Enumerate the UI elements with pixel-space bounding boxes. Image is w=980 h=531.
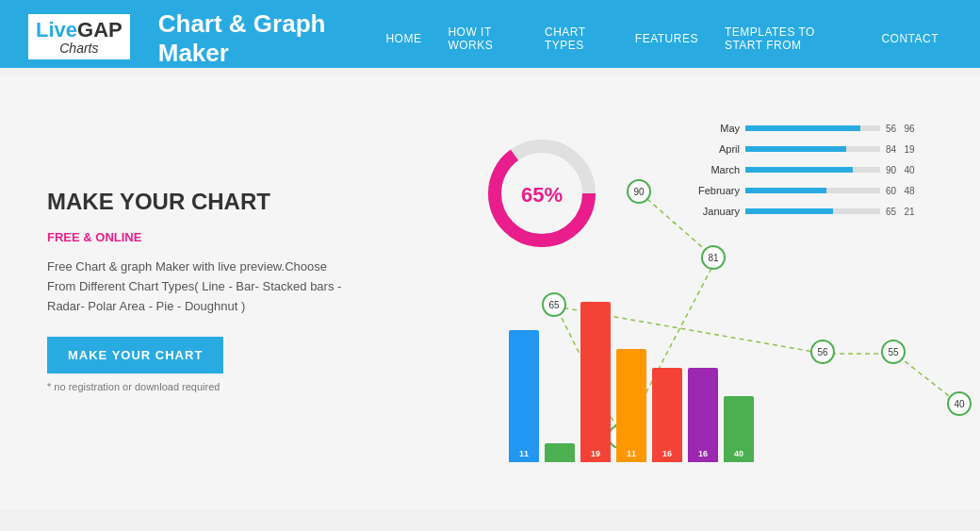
donut-chart: 65%	[481, 132, 603, 258]
hbar-track-may	[745, 125, 880, 131]
bar-green-small	[545, 443, 575, 462]
logo-charts: Charts	[36, 41, 122, 56]
bar-blue: 11	[509, 330, 539, 462]
bar-orange: 11	[616, 349, 646, 462]
logo-gap: GAP	[77, 18, 122, 41]
nav-how-it-works[interactable]: HOW IT WORKS	[434, 20, 531, 58]
hbar-march: March 90 40	[688, 164, 933, 175]
hbar-month-february: February	[688, 185, 740, 196]
hbar-fill-may	[745, 125, 860, 131]
bar-label-1: 11	[519, 449, 529, 458]
bar-chart: 11 19 11 16	[509, 274, 754, 462]
bar-red: 19	[580, 302, 611, 462]
hbar-fill-april	[745, 146, 846, 152]
nav-home[interactable]: HOME	[372, 26, 434, 51]
hbar-vals-january: 65 21	[886, 207, 933, 217]
hbar-february: February 60 48	[688, 185, 933, 196]
hbar-track-april	[745, 146, 880, 152]
nav-features[interactable]: FEATURES	[622, 26, 711, 51]
hbar-month-january: January	[688, 206, 740, 217]
bar-red2: 16	[652, 368, 682, 462]
hero-title: MAKE YOUR CHART	[47, 189, 349, 215]
hbar-vals-may: 56 96	[886, 124, 933, 134]
no-reg-text: * no registration or download required	[47, 381, 349, 392]
hbar-fill-february	[745, 188, 826, 193]
bar-purple: 16	[688, 368, 718, 462]
hbar-track-march	[745, 167, 880, 173]
hero-description: Free Chart & graph Maker with live previ…	[47, 257, 349, 316]
hbar-april: April 84 19	[688, 143, 933, 155]
header: LiveGAP Charts Chart & Graph Maker HOME …	[0, 0, 980, 68]
hbar-fill-march	[745, 167, 853, 173]
logo-live: Live	[36, 18, 77, 41]
hbar-month-april: April	[688, 143, 740, 155]
hbar-month-march: March	[688, 164, 740, 175]
hbar-january: January 65 21	[688, 206, 933, 217]
site-title: Chart & Graph Maker	[158, 9, 373, 68]
dot-label-81: 81	[701, 245, 726, 270]
hero-subtitle: FREE & ONLINE	[47, 230, 349, 244]
bar-label-4: 11	[627, 449, 636, 458]
hbar-month-may: May	[688, 123, 740, 134]
hbar-vals-april: 84 19	[886, 144, 933, 155]
bar-label-3: 19	[591, 449, 600, 458]
nav-contact[interactable]: CONTACT	[868, 26, 952, 51]
header-top-row: LiveGAP Charts Chart & Graph Maker HOME …	[28, 9, 952, 68]
dot-label-56: 56	[810, 340, 835, 364]
bar-label-6: 16	[698, 449, 708, 458]
hbar-track-january	[745, 208, 880, 214]
main-nav: HOME HOW IT WORKS CHART TYPES FEATURES T…	[372, 12, 952, 65]
bar-label-5: 16	[662, 449, 672, 458]
main-content: MAKE YOUR CHART FREE & ONLINE Free Chart…	[0, 75, 980, 509]
hbar-may: May 56 96	[688, 123, 933, 134]
bar-label-7: 40	[734, 449, 743, 458]
make-chart-button[interactable]: MAKE YOUR CHART	[47, 337, 223, 373]
left-section: MAKE YOUR CHART FREE & ONLINE Free Chart…	[47, 113, 349, 392]
hbar-vals-february: 60 48	[886, 186, 933, 196]
hbar-chart: May 56 96 April 84 19 March	[688, 123, 933, 226]
logo-box: LiveGAP Charts	[28, 14, 130, 59]
bar-green: 40	[724, 396, 754, 462]
dot-label-40: 40	[947, 391, 972, 416]
nav-templates[interactable]: TEMPLATES TO START FROM	[711, 20, 868, 58]
viz-area: 65% 90 81 65 56 55 40 8 11 19	[349, 113, 933, 472]
dot-label-90: 90	[627, 179, 651, 204]
donut-label: 65%	[521, 183, 563, 207]
logo-area: LiveGAP Charts	[28, 14, 130, 63]
hbar-vals-march: 90 40	[886, 165, 933, 175]
dot-label-55: 55	[881, 340, 906, 364]
nav-chart-types[interactable]: CHART TYPES	[531, 20, 622, 58]
hbar-fill-january	[745, 208, 833, 214]
hbar-track-february	[745, 188, 880, 193]
